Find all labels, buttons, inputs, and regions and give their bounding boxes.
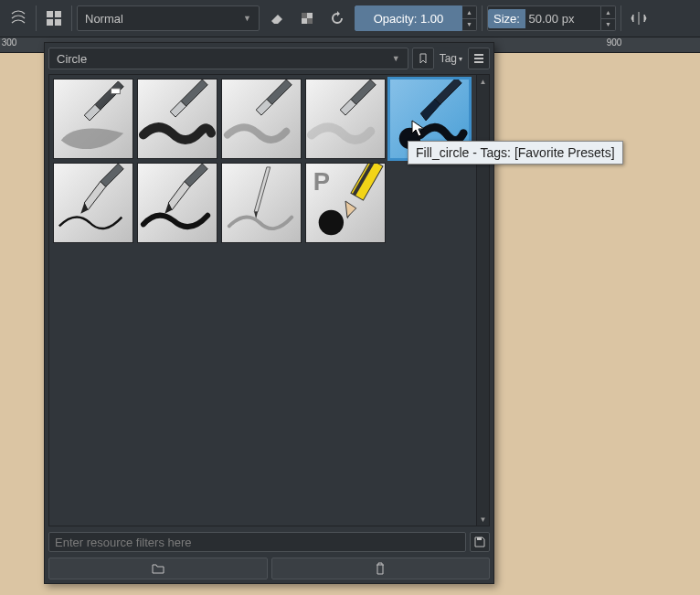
chevron-down-icon: ▼ bbox=[392, 54, 400, 63]
svg-rect-0 bbox=[47, 11, 53, 17]
svg-marker-10 bbox=[84, 104, 101, 121]
opacity-stepper-arrows[interactable]: ▲▼ bbox=[462, 5, 477, 31]
svg-marker-19 bbox=[345, 201, 356, 218]
preset-airbrush_pressure[interactable] bbox=[53, 79, 133, 159]
svg-marker-15 bbox=[420, 100, 440, 121]
svg-rect-5 bbox=[302, 13, 307, 18]
alpha-lock-button[interactable] bbox=[294, 5, 320, 31]
svg-rect-7 bbox=[474, 54, 483, 56]
preset-curve_smooth_soft[interactable] bbox=[305, 79, 386, 159]
svg-rect-6 bbox=[307, 18, 313, 24]
tag-menu-label: Tag bbox=[440, 52, 457, 65]
svg-marker-14 bbox=[340, 100, 356, 116]
tag-filter-label: Circle bbox=[57, 52, 87, 66]
opacity-spinner[interactable]: Opacity: 1.00 ▲▼ bbox=[355, 5, 477, 31]
preset-chooser-icon[interactable] bbox=[41, 5, 67, 31]
preset-pen_tool[interactable] bbox=[221, 163, 302, 243]
svg-rect-3 bbox=[55, 19, 61, 26]
size-stepper-arrows[interactable]: ▲▼ bbox=[601, 5, 616, 31]
reload-preset-button[interactable] bbox=[324, 5, 350, 31]
chevron-down-icon: ▾ bbox=[459, 55, 462, 63]
svg-text:P: P bbox=[313, 167, 330, 196]
svg-marker-13 bbox=[256, 100, 272, 116]
resource-filter-input[interactable] bbox=[48, 532, 466, 552]
bookmark-button[interactable] bbox=[412, 48, 434, 69]
delete-preset-button[interactable] bbox=[271, 558, 491, 579]
filter-row bbox=[48, 530, 490, 554]
size-label: Size: bbox=[488, 9, 525, 28]
svg-rect-8 bbox=[474, 58, 483, 59]
mirror-h-button[interactable] bbox=[626, 5, 652, 31]
preset-ink_standard[interactable] bbox=[53, 163, 133, 243]
eraser-toggle-button[interactable] bbox=[264, 5, 290, 31]
chevron-down-icon: ▼ bbox=[243, 14, 251, 23]
svg-rect-2 bbox=[47, 19, 53, 26]
open-preset-button[interactable] bbox=[48, 558, 268, 579]
blend-mode-label: Normal bbox=[85, 12, 123, 26]
opacity-value: 1.00 bbox=[420, 12, 443, 26]
svg-rect-1 bbox=[55, 11, 61, 17]
svg-rect-23 bbox=[477, 537, 482, 540]
view-mode-button[interactable] bbox=[468, 48, 490, 69]
brush-engine-icon[interactable] bbox=[5, 5, 31, 31]
preset-curve_smooth[interactable] bbox=[221, 79, 302, 159]
scroll-up-button[interactable]: ▲ bbox=[477, 75, 489, 88]
size-spinner[interactable]: Size: 50.00 px ▲▼ bbox=[487, 5, 616, 31]
preset-tooltip: Fill_circle - Tags: [Favorite Presets] bbox=[408, 141, 623, 165]
preset-ink_brush[interactable] bbox=[137, 163, 217, 243]
blend-mode-combo[interactable]: Normal ▼ bbox=[77, 5, 260, 31]
scroll-down-button[interactable]: ▼ bbox=[477, 513, 489, 526]
docker-bottom-row bbox=[48, 558, 490, 579]
opacity-label: Opacity: bbox=[374, 12, 418, 26]
preset-bristles_hairy[interactable] bbox=[137, 79, 217, 159]
svg-rect-9 bbox=[474, 61, 483, 63]
top-toolbar: Normal ▼ Opacity: 1.00 ▲▼ Size: 50.00 px… bbox=[0, 0, 700, 37]
ruler-tick: 300 bbox=[2, 37, 17, 48]
svg-rect-11 bbox=[111, 89, 121, 94]
svg-point-22 bbox=[319, 210, 344, 235]
save-filter-button[interactable] bbox=[470, 532, 490, 552]
svg-marker-12 bbox=[170, 101, 186, 117]
preset-pencil_2b[interactable]: P bbox=[305, 163, 386, 243]
ruler-tick: 900 bbox=[607, 37, 622, 48]
docker-top-row: Circle ▼ Tag ▾ bbox=[48, 47, 490, 70]
tag-menu-button[interactable]: Tag ▾ bbox=[438, 52, 464, 65]
preset-docker: Circle ▼ Tag ▾ P ▲ ▼ bbox=[44, 42, 494, 584]
tag-filter-combo[interactable]: Circle ▼ bbox=[48, 48, 408, 69]
size-value: 50.00 px bbox=[529, 12, 575, 26]
